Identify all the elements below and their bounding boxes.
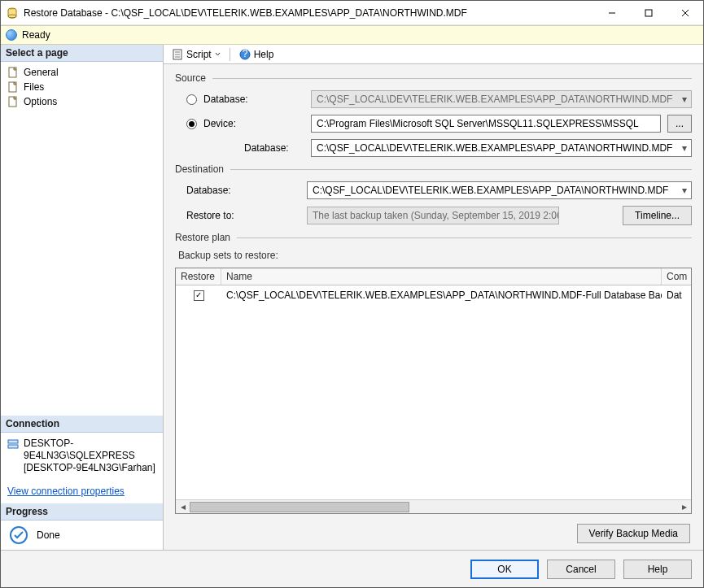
select-page-header: Select a page (1, 45, 163, 62)
verify-backup-media-button[interactable]: Verify Backup Media (577, 524, 690, 543)
scroll-track[interactable] (190, 500, 677, 514)
source-device-value: C:\Program Files\Microsoft SQL Server\MS… (317, 118, 639, 129)
verify-row: Verify Backup Media (175, 520, 692, 543)
source-device-row: Device: C:\Program Files\Microsoft SQL S… (175, 115, 692, 133)
connection-header: Connection (1, 416, 163, 433)
connection-server: DESKTOP-9E4LN3G\SQLEXPRESS (24, 438, 156, 462)
body: Select a page General Files Options Conn… (1, 45, 703, 550)
toolbar: Script ? Help (164, 45, 703, 64)
source-database-value: C:\QSF_LOCAL\DEV\TELERIK.WEB.EXAMPLES\AP… (317, 94, 678, 105)
col-name[interactable]: Name (221, 268, 662, 285)
progress-item: Done (1, 520, 163, 550)
main: Script ? Help Source Database: (164, 45, 703, 550)
col-restore[interactable]: Restore (176, 268, 221, 285)
col-component[interactable]: Com (662, 268, 691, 285)
help-icon: ? (239, 49, 251, 60)
svg-rect-3 (645, 10, 652, 16)
page-icon (7, 96, 19, 107)
source-database-radio[interactable] (186, 94, 197, 105)
help-button[interactable]: ? Help (236, 48, 278, 61)
timeline-button[interactable]: Timeline... (623, 206, 692, 225)
source-device-label: Device: (203, 118, 304, 129)
source-sub-database-combo[interactable]: C:\QSF_LOCAL\DEV\TELERIK.WEB.EXAMPLES\AP… (311, 139, 692, 157)
chevron-down-icon: ▾ (678, 94, 691, 105)
destination-database-value: C:\QSF_LOCAL\DEV\TELERIK.WEB.EXAMPLES\AP… (313, 185, 678, 196)
restore-database-window: Restore Database - C:\QSF_LOCAL\DEV\TELE… (0, 0, 704, 588)
chevron-down-icon: ▾ (678, 142, 691, 154)
window-title: Restore Database - C:\QSF_LOCAL\DEV\TELE… (24, 7, 593, 19)
page-options[interactable]: Options (1, 94, 163, 109)
progress-text: Done (37, 529, 60, 541)
svg-text:?: ? (242, 49, 247, 59)
progress-done-icon (9, 525, 28, 545)
source-device-radio[interactable] (186, 119, 197, 129)
browse-device-button[interactable]: ... (667, 115, 692, 133)
restore-plan-group: Restore plan Backup sets to restore: Res… (175, 232, 692, 543)
cancel-button[interactable]: Cancel (547, 560, 615, 579)
destination-restoreto-row: Restore to: The last backup taken (Sunda… (175, 206, 692, 225)
script-label: Script (186, 49, 212, 60)
source-sub-database-row: Database: C:\QSF_LOCAL\DEV\TELERIK.WEB.E… (175, 139, 692, 157)
destination-group: Destination Database: C:\QSF_LOCAL\DEV\T… (175, 163, 692, 225)
close-button[interactable] (667, 2, 703, 24)
view-connection-properties-link[interactable]: View connection properties (7, 486, 125, 497)
page-files[interactable]: Files (1, 80, 163, 94)
app-icon (6, 7, 19, 20)
source-title: Source (175, 72, 206, 84)
chevron-down-icon: ▾ (678, 185, 691, 196)
maximize-button[interactable] (630, 2, 667, 24)
window-buttons (593, 2, 703, 24)
page-label: Files (24, 81, 44, 93)
minimize-button[interactable] (593, 2, 630, 24)
source-device-field[interactable]: C:\Program Files\Microsoft SQL Server\MS… (311, 115, 661, 133)
source-database-label: Database: (203, 94, 304, 105)
scroll-thumb[interactable] (190, 502, 409, 512)
table-row[interactable]: C:\QSF_LOCAL\DEV\TELERIK.WEB.EXAMPLES\AP… (176, 285, 691, 305)
page-label: Options (24, 96, 57, 107)
source-group: Source Database: C:\QSF_LOCAL\DEV\TELERI… (175, 72, 692, 157)
scroll-left-icon[interactable]: ◂ (176, 500, 190, 514)
source-database-combo: C:\QSF_LOCAL\DEV\TELERIK.WEB.EXAMPLES\AP… (311, 90, 692, 108)
script-icon (172, 49, 183, 60)
titlebar: Restore Database - C:\QSF_LOCAL\DEV\TELE… (1, 1, 703, 25)
destination-database-row: Database: C:\QSF_LOCAL\DEV\TELERIK.WEB.E… (175, 181, 692, 199)
progress-header: Progress (1, 503, 163, 520)
destination-database-label: Database: (186, 185, 300, 196)
status-strip: Ready (1, 25, 703, 45)
row-name: C:\QSF_LOCAL\DEV\TELERIK.WEB.EXAMPLES\AP… (221, 290, 662, 301)
source-sub-database-label: Database: (203, 142, 304, 154)
help-label: Help (254, 49, 274, 60)
chevron-down-icon (215, 51, 221, 57)
restore-to-value: The last backup taken (Sunday, September… (313, 210, 559, 221)
source-database-row: Database: C:\QSF_LOCAL\DEV\TELERIK.WEB.E… (175, 90, 692, 108)
toolbar-separator (230, 48, 230, 61)
page-icon (7, 81, 19, 93)
page-general[interactable]: General (1, 65, 163, 80)
table-body: C:\QSF_LOCAL\DEV\TELERIK.WEB.EXAMPLES\AP… (176, 285, 691, 499)
info-icon (6, 29, 17, 41)
connection-block: DESKTOP-9E4LN3G\SQLEXPRESS [DESKTOP-9E4L… (1, 433, 163, 479)
restore-checkbox[interactable] (194, 290, 204, 301)
source-sub-database-value: C:\QSF_LOCAL\DEV\TELERIK.WEB.EXAMPLES\AP… (317, 142, 678, 154)
backup-sets-table: Restore Name Com C:\QSF_LOCAL\DEV\TELERI… (175, 268, 692, 514)
sidebar: Select a page General Files Options Conn… (1, 45, 164, 550)
scroll-right-icon[interactable]: ▸ (677, 500, 691, 514)
page-list: General Files Options (1, 62, 163, 416)
help-footer-button[interactable]: Help (623, 560, 692, 579)
connection-item: DESKTOP-9E4LN3G\SQLEXPRESS [DESKTOP-9E4L… (1, 436, 163, 476)
backup-sets-label: Backup sets to restore: (175, 250, 692, 261)
ok-button[interactable]: OK (470, 560, 539, 579)
restore-to-label: Restore to: (186, 210, 300, 221)
svg-rect-9 (8, 440, 18, 443)
destination-title: Destination (175, 163, 224, 175)
destination-database-combo[interactable]: C:\QSF_LOCAL\DEV\TELERIK.WEB.EXAMPLES\AP… (307, 181, 692, 199)
row-component: Dat (662, 290, 691, 301)
script-button[interactable]: Script (168, 48, 224, 61)
view-connection-row: View connection properties (1, 479, 163, 503)
svg-rect-10 (8, 445, 18, 448)
content: Source Database: C:\QSF_LOCAL\DEV\TELERI… (164, 64, 703, 550)
page-label: General (24, 67, 59, 78)
status-text: Ready (22, 29, 50, 41)
restore-plan-title: Restore plan (175, 232, 230, 243)
horizontal-scrollbar[interactable]: ◂ ▸ (176, 499, 691, 513)
